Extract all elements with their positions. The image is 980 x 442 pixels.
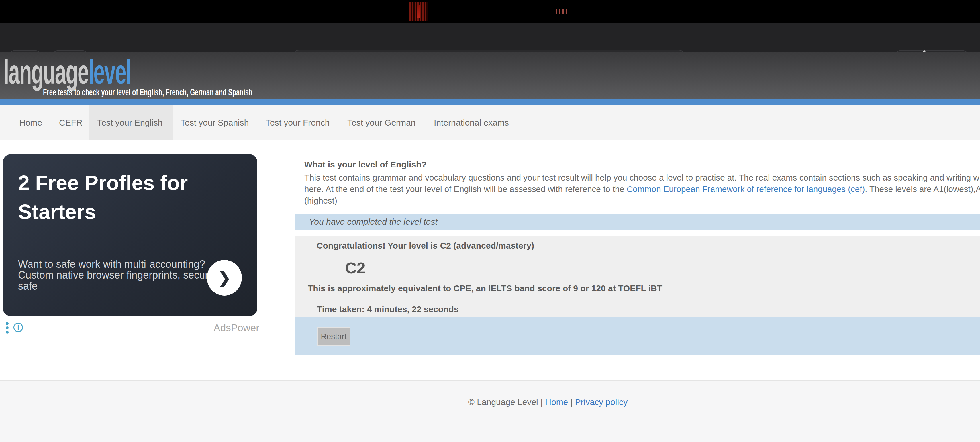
logo-part-1: language [3,53,88,91]
nav-item-test-french[interactable]: Test your French [266,105,329,140]
result-box: Congratulations! Your level is C2 (advan… [295,236,980,317]
intro-line-2-pre: here. At the end of the test your level … [304,184,627,194]
ad-subtext-line: safe [18,281,224,292]
ad-options-icon[interactable] [6,322,9,335]
cef-link[interactable]: Common European Framework of reference f… [627,184,865,194]
main-nav: Home CEFR Test your English Test your Sp… [0,105,980,140]
screen: ⌄ ❮ ❯ languagelevel.com ↻ ↓ + languagele… [0,0,980,442]
ad-attribution[interactable]: AdsPower [200,322,259,333]
ad-subtext-line: Want to safe work with multi-accounting? [18,259,224,270]
result-equivalence-text: This is approximately equivalent to CPE,… [308,284,662,293]
completion-banner-text: You have completed the level test [309,214,438,230]
browser-toolbar: ⌄ ❮ ❯ languagelevel.com ↻ ↓ + [0,23,980,52]
nav-item-test-english[interactable]: Test your English [97,105,162,140]
restart-button[interactable]: Restart [317,327,350,346]
intro-line-2-post: . These levels are A1(lowest),A2 [865,184,980,194]
page-title: What is your level of English? [304,160,427,169]
nav-item-international-exams[interactable]: International exams [434,105,509,140]
footer-separator: | [571,397,573,407]
footer-separator: | [541,397,543,407]
site-logo[interactable]: languagelevel [3,55,131,89]
result-congrats-text: Congratulations! Your level is C2 (advan… [317,241,534,251]
site-tagline: Free tests to check your level of Englis… [43,87,253,98]
footer-copyright: © Language Level [468,397,538,407]
intro-line-2: here. At the end of the test your level … [304,184,980,194]
completion-banner: You have completed the level test [295,214,980,230]
ad-card[interactable]: 2 Free Profles for Starters Want to safe… [3,154,257,316]
footer-text: © Language Level | Home | Privacy policy [295,397,801,407]
result-time-taken: Time taken: 4 minutes, 22 seconds [317,305,459,314]
intro-line-3: (highest) [304,196,337,206]
ad-arrow-button[interactable]: ❯ [207,260,242,295]
page-footer: © Language Level | Home | Privacy policy [0,380,980,442]
result-level: C2 [345,258,366,277]
logo-part-2: level [88,53,130,91]
header-accent-bar [0,99,980,105]
screen-artifact-marks [556,9,568,14]
screen-artifact-icon [409,2,428,21]
ad-info-icon[interactable]: i [13,323,23,332]
nav-item-home[interactable]: Home [19,105,42,140]
footer-link-privacy[interactable]: Privacy policy [575,397,628,407]
ad-title: 2 Free Profles for Starters [18,169,244,227]
footer-link-home[interactable]: Home [545,397,568,407]
ad-subtext-line: Custom native browser fingerprints, secu… [18,270,224,281]
nav-item-test-spanish[interactable]: Test your Spanish [181,105,249,140]
nav-item-test-german[interactable]: Test your German [347,105,415,140]
restart-section: Restart [295,317,980,354]
ad-subtext: Want to safe work with multi-accounting?… [18,259,224,292]
intro-line-1: This test contains grammar and vocabular… [304,173,979,183]
menu-bar [0,0,980,23]
nav-item-cefr[interactable]: CEFR [59,105,83,140]
